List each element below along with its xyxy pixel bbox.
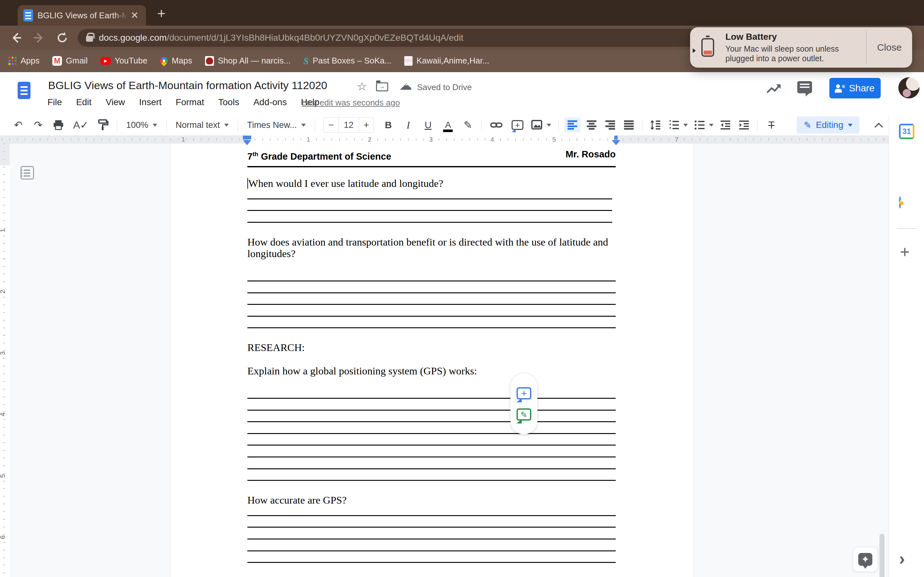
menu-tools[interactable]: Tools: [218, 97, 239, 107]
open-comments-icon[interactable]: [797, 81, 812, 93]
bookmark-pastboxes[interactable]: S Past Boxes – SoKa...: [304, 55, 391, 66]
hide-panel-chevron-icon[interactable]: ›: [899, 548, 905, 569]
tasks-icon[interactable]: ⁄: [899, 196, 901, 208]
menu-addons[interactable]: Add-ons: [254, 97, 287, 107]
share-button[interactable]: Share: [829, 78, 881, 98]
paragraph-style-select[interactable]: Normal text: [176, 120, 229, 130]
lock-icon[interactable]: [86, 36, 93, 42]
undo-icon[interactable]: ↶: [13, 119, 24, 131]
notification-close-button[interactable]: Close: [867, 42, 912, 53]
chevron-down-icon[interactable]: [683, 124, 688, 127]
document-title[interactable]: BGLIG Views of Earth-Mountain formation …: [48, 79, 327, 92]
chevron-down-icon[interactable]: [547, 124, 551, 127]
bookmark-apps[interactable]: Apps: [8, 56, 39, 66]
cloud-saved-icon[interactable]: ☁✓: [399, 78, 412, 93]
bookmark-kawaii[interactable]: Kawaii,Anime,Har...: [404, 56, 489, 66]
bookmark-shop[interactable]: Shop All — narcis...: [205, 56, 291, 66]
vertical-scrollbar[interactable]: [879, 534, 885, 577]
explore-button[interactable]: ✦: [853, 547, 878, 572]
answer-blank-line: [247, 271, 615, 283]
mode-select[interactable]: ✎ Editing: [796, 116, 859, 134]
notification-expand-arrow-icon: [693, 48, 696, 53]
align-left-button[interactable]: [564, 118, 580, 132]
underline-button[interactable]: U: [423, 119, 433, 131]
document-outline-icon[interactable]: [21, 166, 34, 179]
line-spacing-icon[interactable]: [650, 120, 661, 130]
battery-low-icon: [690, 38, 725, 57]
menu-format[interactable]: Format: [176, 97, 204, 107]
back-icon[interactable]: [9, 31, 23, 45]
calendar-icon[interactable]: 31: [899, 124, 914, 139]
low-battery-notification[interactable]: Low Battery Your Mac will sleep soon unl…: [690, 27, 912, 68]
menu-bar: File Edit View Insert Format Tools Add-o…: [47, 97, 320, 107]
new-tab-button[interactable]: +: [157, 6, 166, 21]
menu-view[interactable]: View: [105, 97, 125, 107]
menu-edit[interactable]: Edit: [76, 97, 91, 107]
decrease-font-icon[interactable]: −: [324, 119, 338, 131]
text-color-button[interactable]: A: [443, 120, 453, 130]
document-page[interactable]: 7th Grade Department of Science Mr. Rosa…: [170, 143, 694, 577]
add-comment-button[interactable]: +: [517, 387, 531, 400]
tab-close-icon[interactable]: ✕: [131, 11, 139, 20]
reload-icon[interactable]: [55, 31, 69, 45]
chevron-down-icon: [301, 124, 306, 127]
right-indent-marker[interactable]: [612, 135, 620, 145]
bookmark-youtube[interactable]: ▶ YouTube: [100, 56, 147, 66]
decrease-indent-icon[interactable]: [720, 120, 731, 130]
align-justify-button[interactable]: [624, 120, 634, 130]
italic-button[interactable]: I: [403, 119, 414, 131]
font-size-value[interactable]: 12: [338, 117, 359, 133]
answer-blank-line: [247, 506, 615, 518]
bold-button[interactable]: B: [383, 119, 394, 131]
answer-blank-line: [247, 459, 615, 471]
insert-link-icon[interactable]: [490, 122, 502, 128]
bulleted-list-icon[interactable]: [694, 120, 705, 130]
account-avatar[interactable]: [898, 77, 919, 98]
increase-font-icon[interactable]: +: [359, 119, 374, 131]
left-indent-marker[interactable]: [243, 135, 251, 145]
insert-image-icon[interactable]: [531, 120, 543, 130]
suggest-edits-button[interactable]: ✎: [517, 408, 531, 421]
activity-trend-icon[interactable]: [765, 82, 783, 96]
horizontal-ruler[interactable]: 11234567: [0, 135, 889, 143]
zoom-select[interactable]: 100%: [126, 120, 157, 130]
move-folder-icon[interactable]: [376, 82, 388, 91]
menu-insert[interactable]: Insert: [139, 97, 162, 107]
star-icon[interactable]: ☆: [357, 80, 367, 93]
numbered-list-icon[interactable]: [669, 120, 680, 130]
highlight-color-icon[interactable]: ✎: [462, 119, 473, 131]
menu-file[interactable]: File: [47, 97, 62, 107]
paint-format-icon[interactable]: [97, 119, 108, 131]
google-docs-logo-icon[interactable]: [18, 82, 31, 99]
bookmark-maps[interactable]: Maps: [160, 56, 192, 66]
font-select[interactable]: Times New...: [247, 120, 306, 130]
add-comment-icon[interactable]: +: [512, 120, 523, 130]
toolbar-separator: [166, 119, 166, 131]
forward-icon[interactable]: [32, 31, 46, 45]
answer-blank-line: [247, 541, 615, 553]
collapse-toolbar-icon[interactable]: [872, 121, 885, 129]
ruler-number: 5: [552, 135, 556, 143]
header-right: Mr. Rosado: [565, 148, 615, 162]
gmail-icon: M: [52, 56, 62, 66]
pastboxes-icon: S: [304, 55, 309, 66]
chevron-down-icon[interactable]: [709, 124, 714, 127]
question-3: Explain how a global positioning system …: [247, 365, 615, 377]
increase-indent-icon[interactable]: [738, 120, 750, 130]
add-addon-button[interactable]: +: [900, 242, 909, 261]
clear-formatting-icon[interactable]: T: [766, 119, 777, 131]
browser-tab[interactable]: BGLIG Views of Earth-Mountai ✕: [18, 5, 146, 26]
answer-blank-line: [247, 436, 615, 448]
redo-icon[interactable]: ↷: [33, 119, 44, 131]
ruler-number: 6: [0, 535, 6, 539]
spellcheck-icon[interactable]: A✓: [73, 119, 89, 131]
print-icon[interactable]: [53, 119, 64, 131]
vertical-ruler[interactable]: 123456: [0, 143, 10, 577]
ruler-number: 3: [0, 351, 6, 355]
last-edit-link[interactable]: Last edit was seconds ago: [302, 98, 400, 108]
align-right-button[interactable]: [605, 120, 615, 130]
bookmark-gmail[interactable]: M Gmail: [52, 56, 87, 66]
document-body[interactable]: When would I ever use latitude and longi…: [247, 177, 615, 565]
bookmark-label: Maps: [172, 56, 192, 66]
align-center-button[interactable]: [586, 120, 597, 130]
